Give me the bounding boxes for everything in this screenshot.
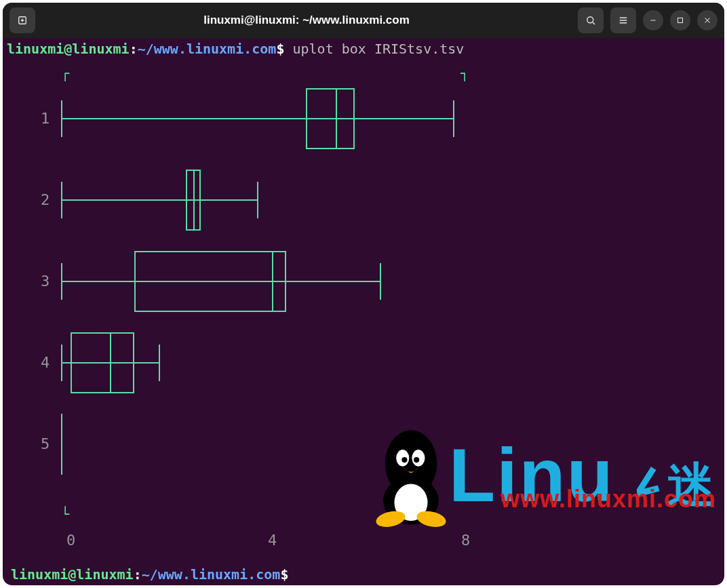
prompt-path: ~/www.linuxmi.com (138, 41, 277, 57)
search-icon (585, 14, 597, 26)
minimize-icon (648, 16, 658, 25)
watermark: Linu迷 www.linuxmi.com (363, 437, 716, 553)
svg-rect-2 (678, 18, 683, 23)
y-label-3: 3 (41, 273, 50, 290)
svg-point-1 (587, 17, 593, 23)
prompt-dollar: $ (276, 41, 284, 57)
box-row-1 (61, 88, 477, 149)
window-title: linuxmi@linuxmi: ~/www.linuxmi.com (41, 14, 572, 27)
box-row-3 (61, 251, 477, 312)
x-tick-0: 0 (66, 532, 75, 549)
y-label-1: 1 (41, 110, 50, 127)
prompt-dollar: $ (280, 566, 288, 583)
minimize-button[interactable] (643, 10, 663, 31)
box-row-2 (61, 170, 477, 231)
y-label-4: 4 (41, 354, 50, 371)
svg-point-9 (414, 457, 419, 463)
prompt-line-1: linuxmi@linuxmi:~/www.linuxmi.com$ uplot… (3, 38, 724, 58)
hamburger-icon (617, 14, 629, 26)
prompt-path: ~/www.linuxmi.com (142, 566, 281, 583)
titlebar: linuxmi@linuxmi: ~/www.linuxmi.com (3, 3, 724, 38)
prompt-sep: : (134, 566, 142, 583)
new-tab-button[interactable] (9, 7, 35, 33)
maximize-button[interactable] (670, 10, 690, 31)
terminal-window: linuxmi@linuxmi: ~/www.linuxmi.com linux… (3, 3, 724, 585)
y-label-5: 5 (41, 435, 50, 452)
prompt-line-2: linuxmi@linuxmi:~/www.linuxmi.com$ (7, 564, 292, 584)
axis-corner-tl: ┌ (61, 65, 69, 81)
watermark-url: www.linuxmi.com (500, 485, 716, 513)
prompt-sep: : (130, 41, 138, 57)
search-button[interactable] (578, 7, 604, 33)
menu-button[interactable] (610, 7, 636, 33)
tux-icon (363, 427, 458, 528)
x-tick-4: 4 (268, 532, 277, 549)
new-tab-icon (16, 14, 28, 26)
close-icon (703, 16, 712, 25)
terminal-area[interactable]: linuxmi@linuxmi:~/www.linuxmi.com$ uplot… (3, 38, 724, 585)
prompt-user: linuxmi@linuxmi (11, 566, 134, 583)
prompt-user: linuxmi@linuxmi (7, 41, 130, 57)
prompt-command: uplot box IRIStsv.tsv (292, 41, 464, 57)
close-button[interactable] (697, 10, 718, 31)
y-label-2: 2 (41, 191, 50, 208)
maximize-icon (675, 16, 685, 25)
svg-point-8 (401, 457, 407, 463)
box-row-4 (61, 332, 477, 393)
axis-corner-tr: ┐ (460, 65, 469, 81)
